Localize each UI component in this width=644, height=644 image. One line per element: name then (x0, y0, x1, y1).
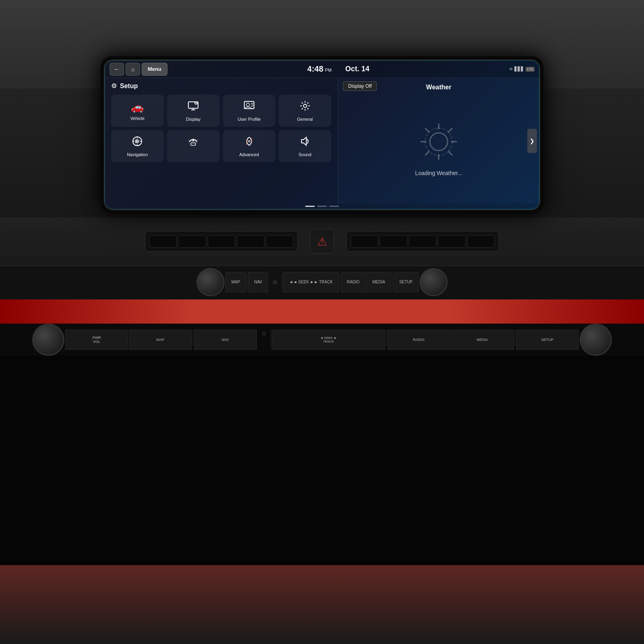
vent-slot (409, 235, 436, 248)
menu-button[interactable]: Menu (142, 63, 167, 76)
loading-weather-text: Loading Weather... (415, 170, 462, 176)
weather-content: Loading Weather... (338, 91, 539, 203)
menu-item-navigation[interactable]: Navigation (111, 130, 164, 162)
divider (340, 274, 340, 290)
btn-seek[interactable]: ◄ SEEK ►TRACK (272, 330, 386, 350)
time-value: 4:48 (307, 64, 323, 74)
divider (247, 274, 247, 290)
back-button[interactable]: ← (109, 63, 124, 76)
svg-point-10 (251, 140, 252, 142)
menu-item-connected[interactable] (167, 130, 220, 162)
radio-button[interactable]: RADIO (341, 272, 366, 292)
hazard-button[interactable]: ⚠ (310, 229, 334, 254)
network-icon: LTE (526, 67, 535, 72)
divider (386, 330, 386, 346)
btn-setup[interactable]: SETUP (516, 330, 579, 350)
star-btn[interactable]: ☆ (258, 330, 270, 350)
red-accent-bar (0, 299, 644, 324)
user-profile-icon (244, 100, 255, 114)
svg-point-4 (303, 104, 307, 107)
menu-item-vehicle[interactable]: 🚗 Vehicle (111, 95, 164, 127)
vent-slot (266, 235, 293, 248)
bottom-right-knob[interactable] (580, 324, 612, 356)
car-interior: ← ⌂ Menu 4:48 PM Oct. 14 ≋ ▋▋ (0, 0, 644, 644)
dot-1[interactable] (305, 206, 315, 207)
btn-1[interactable]: PWRVOL (65, 330, 128, 350)
btn-nav[interactable]: NAV (194, 330, 257, 350)
divider (515, 330, 515, 346)
dashboard-lower: ⚠ MAP NAV ☆ ◄◄ SEEK ►► TRACK RADIO MEDIA (0, 217, 644, 547)
menu-item-general[interactable]: General (279, 95, 331, 127)
vehicle-icon: 🚗 (131, 101, 144, 114)
dot-2[interactable] (317, 206, 327, 207)
bottom-btn-row: PWRVOL MAP NAV ☆ ◄ SEEK ►TRACK RADIO MED… (65, 330, 579, 350)
bottom-left-knob[interactable] (32, 324, 64, 356)
btn-radio[interactable]: RADIO (387, 330, 450, 350)
vent-slot (380, 235, 407, 248)
svg-line-20 (425, 151, 429, 155)
left-panel: ⚙ Setup 🚗 Vehicle (105, 78, 338, 203)
svg-line-17 (425, 128, 429, 132)
svg-line-18 (448, 151, 452, 155)
vent-slot (208, 235, 235, 248)
wifi-icon: ≋ (509, 66, 513, 72)
btn-media[interactable]: MEDIA (451, 330, 514, 350)
media-button[interactable]: MEDIA (366, 272, 391, 292)
map-button[interactable]: MAP (225, 272, 246, 292)
vent-slot (351, 235, 378, 248)
sun-rays (419, 122, 459, 163)
setup-label: Setup (120, 83, 138, 90)
date-value: Oct. 14 (345, 65, 369, 73)
svg-point-12 (430, 133, 448, 151)
controls-row: MAP NAV ☆ ◄◄ SEEK ►► TRACK RADIO MEDIA S… (0, 266, 644, 298)
menu-item-user-profile[interactable]: User Profile (223, 95, 276, 127)
menu-grid: 🚗 Vehicle (111, 95, 331, 162)
left-knob[interactable] (196, 268, 225, 296)
btn-map[interactable]: MAP (129, 330, 192, 350)
time-ampm: PM (325, 68, 332, 72)
display-icon (188, 100, 199, 114)
top-bar: ← ⌂ Menu 4:48 PM Oct. 14 ≋ ▋▋ (105, 60, 539, 78)
divider (282, 274, 282, 290)
navigation-icon (132, 136, 143, 150)
time-display: 4:48 PM Oct. 14 (167, 64, 509, 74)
menu-item-advanced[interactable]: Advanced (223, 130, 276, 162)
nav-button[interactable]: NAV (248, 272, 268, 292)
seek-track-button[interactable]: ◄◄ SEEK ►► TRACK (283, 272, 339, 292)
home-button[interactable]: ⌂ (126, 63, 140, 76)
page-indicator (105, 203, 539, 209)
display-off-button[interactable]: Display Off (343, 81, 377, 91)
vent-area: ⚠ (0, 217, 644, 266)
right-knob[interactable] (419, 268, 448, 296)
vent-right (346, 231, 499, 252)
vehicle-label: Vehicle (130, 116, 144, 121)
back-icon: ← (114, 66, 120, 72)
divider (270, 330, 271, 346)
dot-3[interactable] (329, 206, 339, 207)
home-icon: ⌂ (131, 66, 134, 72)
setup-button[interactable]: SETUP (393, 272, 419, 292)
main-content: ⚙ Setup 🚗 Vehicle (105, 78, 539, 203)
general-icon (299, 100, 311, 114)
menu-item-sound[interactable]: Sound (279, 130, 331, 162)
vent-left (145, 231, 298, 252)
connected-label (191, 151, 196, 157)
vent-slot (438, 235, 465, 248)
svg-line-19 (448, 128, 452, 132)
divider (193, 330, 193, 346)
setup-title: ⚙ Setup (111, 82, 331, 90)
navigation-label: Navigation (127, 152, 148, 157)
chevron-right-button[interactable]: ❯ (527, 129, 537, 153)
setup-gear-icon: ⚙ (111, 82, 117, 90)
svg-point-11 (246, 140, 248, 142)
divider (392, 274, 392, 290)
vent-slot (178, 235, 206, 248)
nav-buttons: ← ⌂ Menu (109, 63, 167, 76)
star-icon[interactable]: ☆ (269, 278, 281, 286)
signal-icon: ▋▋▋ (514, 66, 524, 72)
menu-item-display[interactable]: Display (167, 95, 220, 127)
svg-point-9 (248, 140, 250, 142)
sun-graphic (419, 122, 459, 163)
sound-icon (299, 136, 311, 150)
svg-point-3 (246, 103, 250, 106)
